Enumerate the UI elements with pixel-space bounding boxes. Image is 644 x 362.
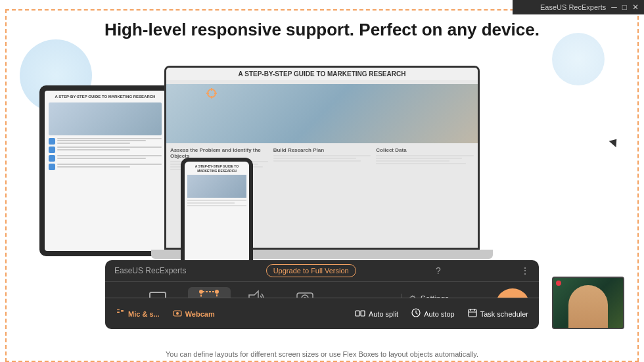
tablet-doc-section	[49, 138, 162, 145]
webcam-status-item[interactable]: Webcam	[173, 309, 215, 319]
more-button[interactable]: ⋮	[520, 265, 530, 276]
svg-rect-19	[117, 312, 120, 313]
mic-status-item[interactable]: Mic & s...	[116, 308, 160, 319]
svg-rect-24	[356, 311, 359, 316]
webcam-rec-dot	[556, 281, 561, 286]
laptop-doc-col-3: Collect Data	[376, 147, 474, 171]
phone-doc: A STEP-BY-STEP GUIDE TO MARKETING RESEAR…	[185, 162, 249, 272]
scheduler-item[interactable]: Task scheduler	[468, 308, 528, 319]
webcam-thumb-content	[553, 278, 623, 328]
top-bar: EaseUS RecExperts ─ □ ✕	[513, 0, 644, 14]
close-icon[interactable]: ✕	[632, 3, 639, 12]
mic-icon	[116, 308, 125, 319]
laptop-doc-col-2: Build Research Plan	[273, 147, 371, 171]
tablet-section-icon-4	[49, 164, 55, 170]
help-button[interactable]: ?	[436, 265, 441, 276]
tablet-doc-section-3	[49, 155, 162, 162]
autostop-label: Auto stop	[424, 310, 454, 318]
webcam-status-label: Webcam	[185, 310, 215, 318]
webcam-thumbnail	[552, 277, 624, 329]
tablet-section-text	[57, 138, 162, 145]
autosplit-item[interactable]: Auto split	[355, 309, 398, 319]
tablet-screen: A STEP-BY-STEP GUIDE TO MARKETING RESEAR…	[45, 91, 166, 251]
tablet-doc-section-2	[49, 147, 162, 153]
maximize-icon[interactable]: □	[622, 3, 627, 12]
toolbar: EaseUS RecExperts Upgrade to Full Versio…	[105, 260, 539, 329]
tablet-doc-section-4	[49, 164, 162, 170]
svg-rect-18	[117, 311, 120, 311]
scheduler-icon	[468, 308, 477, 319]
svg-rect-27	[469, 309, 476, 317]
tablet-doc-title: A STEP-BY-STEP GUIDE TO MARKETING RESEAR…	[49, 95, 162, 100]
autostop-icon	[411, 308, 421, 319]
phone-doc-title: A STEP-BY-STEP GUIDE TO MARKETING RESEAR…	[187, 164, 246, 173]
minimize-icon[interactable]: ─	[611, 3, 617, 12]
svg-point-10	[215, 290, 219, 294]
upgrade-button[interactable]: Upgrade to Full Version	[266, 264, 356, 277]
svg-rect-21	[121, 311, 124, 312]
webcam-person	[568, 285, 608, 328]
tablet-section-icon-2	[49, 147, 55, 153]
svg-point-23	[176, 312, 179, 315]
autosplit-icon	[355, 309, 365, 319]
autostop-item[interactable]: Auto stop	[411, 308, 454, 319]
status-bar: Mic & s... Webcam	[105, 298, 539, 329]
phone-doc-image	[187, 175, 246, 198]
autosplit-label: Auto split	[369, 310, 398, 318]
svg-rect-17	[117, 309, 120, 310]
tablet-doc-image	[49, 102, 162, 135]
device-showcase: A STEP-BY-STEP GUIDE TO MARKETING RESEAR…	[0, 53, 644, 256]
phone-device: A STEP-BY-STEP GUIDE TO MARKETING RESEAR…	[181, 158, 253, 276]
tablet-section-icon-3	[49, 155, 55, 162]
tablet-doc: A STEP-BY-STEP GUIDE TO MARKETING RESEAR…	[45, 91, 166, 251]
scheduler-label: Task scheduler	[480, 310, 528, 318]
toolbar-header: EaseUS RecExperts Upgrade to Full Versio…	[105, 260, 539, 282]
main-content: High-level responsive support. Perfect o…	[0, 0, 644, 362]
mic-label: Mic & s...	[128, 310, 160, 318]
target-icon	[204, 85, 219, 104]
svg-point-9	[199, 290, 203, 294]
phone-frame: A STEP-BY-STEP GUIDE TO MARKETING RESEAR…	[181, 158, 253, 276]
toolbar-logo: EaseUS RecExperts	[114, 266, 186, 275]
svg-rect-25	[361, 311, 365, 316]
bottom-text: You can define layouts for different scr…	[0, 350, 644, 358]
phone-screen: A STEP-BY-STEP GUIDE TO MARKETING RESEAR…	[185, 162, 249, 272]
webcam-status-icon	[173, 309, 182, 319]
svg-rect-20	[121, 310, 124, 311]
topbar-text: EaseUS RecExperts	[540, 3, 606, 11]
laptop-doc-title: A STEP-BY-STEP GUIDE TO MARKETING RESEAR…	[166, 68, 478, 80]
page-heading: High-level responsive support. Perfect o…	[0, 20, 644, 40]
tablet-section-icon	[49, 138, 55, 145]
